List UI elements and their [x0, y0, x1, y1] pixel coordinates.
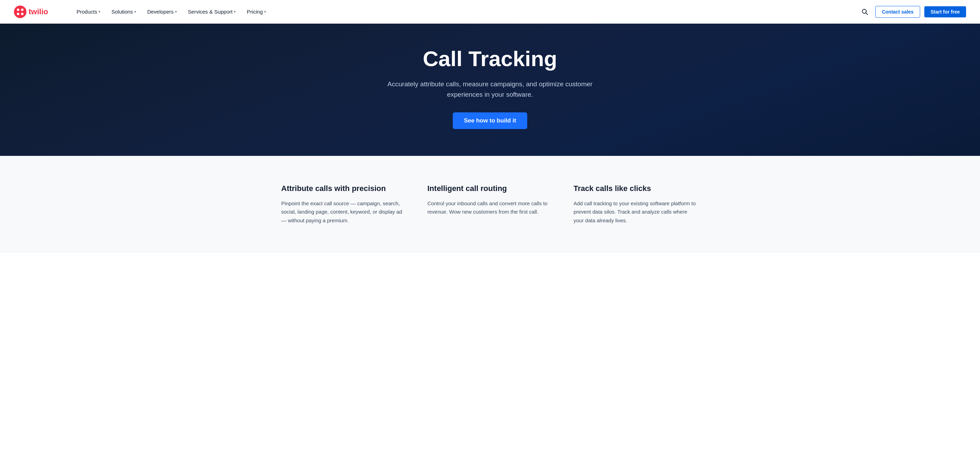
nav-item-products-label: Products	[76, 9, 97, 14]
hero-subtitle: Accurately attribute calls, measure camp…	[382, 79, 598, 100]
nav-item-services[interactable]: Services & Support ▾	[184, 6, 240, 17]
feature-title-0: Attribute calls with precision	[281, 184, 406, 194]
hero-section: Call Tracking Accurately attribute calls…	[0, 24, 980, 156]
svg-line-7	[866, 13, 868, 14]
svg-text:twilio: twilio	[29, 7, 48, 16]
nav-item-solutions-label: Solutions	[111, 9, 133, 14]
nav-item-developers-label: Developers	[147, 9, 173, 14]
svg-point-3	[17, 13, 19, 15]
nav-item-services-label: Services & Support	[188, 9, 232, 14]
nav-item-products[interactable]: Products ▾	[72, 6, 104, 17]
feature-desc-0: Pinpoint the exact call source — campaig…	[281, 199, 406, 225]
chevron-down-icon: ▾	[99, 10, 100, 14]
svg-point-2	[21, 8, 24, 11]
feature-title-1: Intelligent call routing	[427, 184, 553, 194]
feature-item-2: Track calls like clicks Add call trackin…	[574, 184, 699, 225]
nav-item-pricing[interactable]: Pricing ▾	[243, 6, 270, 17]
hero-title: Call Tracking	[423, 47, 557, 71]
svg-point-4	[21, 13, 24, 15]
svg-point-0	[14, 6, 27, 18]
start-free-button[interactable]: Start for free	[924, 6, 966, 17]
search-button[interactable]	[859, 6, 871, 18]
feature-title-2: Track calls like clicks	[574, 184, 699, 194]
feature-desc-2: Add call tracking to your existing softw…	[574, 199, 699, 225]
nav-item-pricing-label: Pricing	[247, 9, 263, 14]
logo-link[interactable]: twilio	[14, 6, 56, 18]
nav-item-solutions[interactable]: Solutions ▾	[107, 6, 140, 17]
chevron-down-icon: ▾	[175, 10, 177, 14]
navbar-actions: Contact sales Start for free	[859, 6, 966, 18]
hero-cta-button[interactable]: See how to build it	[453, 113, 527, 129]
search-icon	[861, 8, 868, 15]
chevron-down-icon: ▾	[234, 10, 235, 14]
chevron-down-icon: ▾	[264, 10, 266, 14]
contact-sales-button[interactable]: Contact sales	[875, 6, 920, 18]
navbar-nav: Products ▾ Solutions ▾ Developers ▾ Serv…	[72, 6, 859, 17]
features-section: Attribute calls with precision Pinpoint …	[0, 156, 980, 253]
features-grid: Attribute calls with precision Pinpoint …	[281, 184, 699, 225]
feature-desc-1: Control your inbound calls and convert m…	[427, 199, 553, 217]
chevron-down-icon: ▾	[134, 10, 136, 14]
feature-item-1: Intelligent call routing Control your in…	[427, 184, 553, 225]
twilio-logo: twilio	[14, 6, 56, 18]
svg-point-1	[17, 8, 19, 11]
feature-item-0: Attribute calls with precision Pinpoint …	[281, 184, 406, 225]
nav-item-developers[interactable]: Developers ▾	[143, 6, 181, 17]
navbar: twilio Products ▾ Solutions ▾ Developers…	[0, 0, 980, 24]
